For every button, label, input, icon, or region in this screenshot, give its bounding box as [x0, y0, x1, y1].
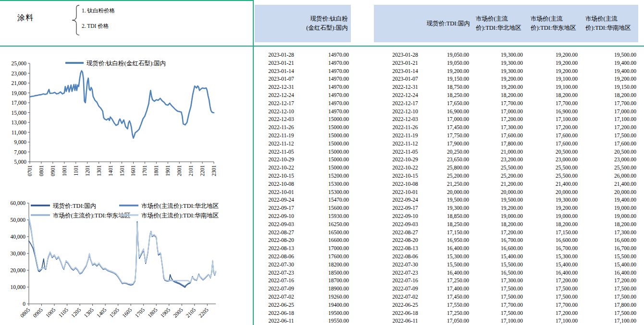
- date-cell[interactable]: 2022-08-06: [374, 253, 436, 261]
- date-cell[interactable]: 2023-01-07: [255, 75, 308, 83]
- value-cell[interactable]: 19,000.00: [524, 212, 579, 220]
- value-cell[interactable]: 17,100.00: [579, 317, 637, 325]
- value-cell[interactable]: 17,900.00: [436, 140, 470, 148]
- value-cell[interactable]: 25,200.00: [470, 172, 524, 180]
- value-cell[interactable]: 19,300.00: [470, 51, 524, 59]
- value-cell[interactable]: 17,300.00: [470, 123, 524, 132]
- date-cell[interactable]: 2022-09-24: [374, 196, 436, 204]
- value-cell[interactable]: 16,600.00: [470, 244, 524, 253]
- date-cell[interactable]: 2022-09-03: [255, 220, 308, 229]
- value-cell[interactable]: 15000.00: [308, 148, 350, 156]
- value-cell[interactable]: 19400.00: [308, 301, 350, 309]
- value-cell[interactable]: 18,200.00: [524, 91, 579, 99]
- date-cell[interactable]: 2022-09-17: [255, 204, 308, 212]
- value-cell[interactable]: 16,400.00: [579, 269, 637, 277]
- value-cell[interactable]: 19,000.00: [470, 212, 524, 220]
- value-cell[interactable]: 17,800.00: [579, 301, 637, 309]
- date-cell[interactable]: 2022-11-05: [255, 148, 308, 156]
- value-cell[interactable]: 21,200.00: [470, 180, 524, 188]
- value-cell[interactable]: 17,200.00: [470, 115, 524, 123]
- value-cell[interactable]: 17,250.00: [436, 309, 470, 317]
- date-cell[interactable]: 2022-10-29: [374, 156, 436, 164]
- value-cell[interactable]: 25,200.00: [436, 172, 470, 180]
- date-cell[interactable]: 2022-07-23: [255, 269, 308, 277]
- value-cell[interactable]: 23,200.00: [470, 156, 524, 164]
- date-cell[interactable]: 2022-09-10: [374, 212, 436, 220]
- value-cell[interactable]: 15000.00: [308, 140, 350, 148]
- value-cell[interactable]: 19260.00: [308, 293, 350, 301]
- value-cell[interactable]: 19,200.00: [579, 75, 637, 83]
- value-cell[interactable]: 16,950.00: [436, 236, 470, 244]
- value-cell[interactable]: 23,650.00: [436, 156, 470, 164]
- value-cell[interactable]: 16,400.00: [524, 269, 579, 277]
- value-cell[interactable]: 20,000.00: [579, 188, 637, 196]
- date-cell[interactable]: 2023-01-28: [255, 51, 308, 59]
- value-cell[interactable]: 15000.00: [308, 115, 350, 123]
- value-cell[interactable]: 26,000.00: [579, 172, 637, 180]
- date-cell[interactable]: 2023-01-14: [255, 67, 308, 75]
- value-cell[interactable]: 16,700.00: [524, 244, 579, 253]
- value-cell[interactable]: 19,000.00: [579, 212, 637, 220]
- value-cell[interactable]: 17600.00: [308, 253, 350, 261]
- value-cell[interactable]: 17,700.00: [470, 301, 524, 309]
- value-cell[interactable]: 15,500.00: [436, 261, 470, 269]
- value-cell[interactable]: 19,300.00: [524, 196, 579, 204]
- date-cell[interactable]: 2022-09-03: [374, 220, 436, 229]
- value-cell[interactable]: 14970.00: [308, 75, 350, 83]
- value-cell[interactable]: 25,800.00: [436, 164, 470, 172]
- value-cell[interactable]: 17,500.00: [579, 285, 637, 293]
- date-cell[interactable]: 2022-08-27: [374, 229, 436, 237]
- value-cell[interactable]: 17,200.00: [579, 123, 637, 132]
- value-cell[interactable]: 17,400.00: [436, 285, 470, 293]
- value-cell[interactable]: 20,000.00: [470, 188, 524, 196]
- date-cell[interactable]: 2022-10-08: [374, 180, 436, 188]
- value-cell[interactable]: 21,400.00: [524, 180, 579, 188]
- date-cell[interactable]: 2022-09-24: [255, 196, 308, 204]
- value-cell[interactable]: 19,200.00: [436, 67, 470, 75]
- value-cell[interactable]: 18,750.00: [436, 83, 470, 91]
- date-cell[interactable]: 2022-12-10: [374, 108, 436, 116]
- value-cell[interactable]: 16,400.00: [436, 244, 470, 253]
- date-cell[interactable]: 2022-11-19: [255, 132, 308, 140]
- value-cell[interactable]: 17,700.00: [470, 99, 524, 108]
- value-cell[interactable]: 17,200.00: [524, 309, 579, 317]
- date-cell[interactable]: 2022-09-17: [374, 204, 436, 212]
- date-cell[interactable]: 2022-10-15: [255, 172, 308, 180]
- value-cell[interactable]: 15600.00: [308, 204, 350, 212]
- value-cell[interactable]: 17,500.00: [579, 309, 637, 317]
- value-cell[interactable]: 15,300.00: [524, 253, 579, 261]
- value-cell[interactable]: 17,700.00: [524, 99, 579, 108]
- value-cell[interactable]: 17,200.00: [524, 277, 579, 285]
- value-cell[interactable]: 19,500.00: [579, 51, 637, 59]
- date-cell[interactable]: 2022-10-29: [255, 156, 308, 164]
- value-cell[interactable]: 18,250.00: [436, 220, 470, 229]
- value-cell[interactable]: 17000.00: [308, 244, 350, 253]
- date-cell[interactable]: 2022-06-18: [255, 309, 308, 317]
- value-cell[interactable]: 17,100.00: [579, 115, 637, 123]
- value-cell[interactable]: 16,400.00: [436, 269, 470, 277]
- value-cell[interactable]: 17,100.00: [524, 317, 579, 325]
- date-cell[interactable]: 2022-10-22: [374, 164, 436, 172]
- value-cell[interactable]: 18900.00: [308, 285, 350, 293]
- value-cell[interactable]: 17,200.00: [524, 123, 579, 132]
- value-cell[interactable]: 16600.00: [308, 236, 350, 244]
- date-cell[interactable]: 2022-07-16: [374, 277, 436, 285]
- value-cell[interactable]: 17,200.00: [470, 229, 524, 237]
- value-cell[interactable]: 19,200.00: [524, 67, 579, 75]
- value-cell[interactable]: 21,250.00: [436, 180, 470, 188]
- value-cell[interactable]: 15,400.00: [470, 253, 524, 261]
- value-cell[interactable]: 25,500.00: [470, 164, 524, 172]
- date-cell[interactable]: 2022-10-08: [255, 180, 308, 188]
- date-cell[interactable]: 2022-11-26: [255, 123, 308, 132]
- value-cell[interactable]: 15,400.00: [524, 261, 579, 269]
- date-cell[interactable]: 2022-10-22: [255, 164, 308, 172]
- value-cell[interactable]: 19,400.00: [579, 196, 637, 204]
- value-cell[interactable]: 17,500.00: [579, 132, 637, 140]
- value-cell[interactable]: 18,200.00: [524, 220, 579, 229]
- date-cell[interactable]: 2022-12-03: [374, 115, 436, 123]
- date-cell[interactable]: 2022-08-13: [374, 244, 436, 253]
- value-cell[interactable]: 16,900.00: [436, 108, 470, 116]
- value-cell[interactable]: 14970.00: [308, 67, 350, 75]
- value-cell[interactable]: 14970.00: [308, 83, 350, 91]
- value-cell[interactable]: 25,500.00: [579, 164, 637, 172]
